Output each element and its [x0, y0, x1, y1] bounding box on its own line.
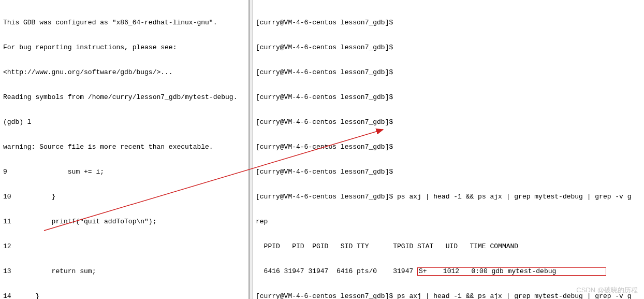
gdb-output-line: warning: Source file is more recent than… [3, 143, 245, 151]
gdb-output-line: 12 [3, 243, 245, 251]
gdb-output-line: Reading symbols from /home/curry/lesson7… [3, 93, 245, 102]
shell-prompt-line: [curry@VM-4-6-centos lesson7_gdb]$ [256, 93, 641, 102]
right-terminal-pane[interactable]: [curry@VM-4-6-centos lesson7_gdb]$ [curr… [253, 0, 644, 299]
shell-prompt-line: [curry@VM-4-6-centos lesson7_gdb]$ [256, 168, 641, 176]
ps-row-left: 6416 31947 31947 6416 pts/0 31947 [256, 267, 417, 275]
shell-prompt: [curry@VM-4-6-centos lesson7_gdb]$ [256, 292, 393, 299]
gdb-output-line: 14 } [3, 292, 245, 299]
gdb-output-line: For bug reporting instructions, please s… [3, 44, 245, 52]
shell-prompt: [curry@VM-4-6-centos lesson7_gdb]$ [256, 193, 393, 201]
gdb-output-line: 9 sum += i; [3, 168, 245, 176]
ps-header: PPID PID PGID SID TTY TPGID STAT UID TIM… [256, 243, 641, 251]
shell-command-wrap: rep [256, 218, 641, 226]
split-terminal-container: This GDB was configured as "x86_64-redha… [0, 0, 644, 299]
left-terminal-pane[interactable]: This GDB was configured as "x86_64-redha… [0, 0, 250, 299]
shell-prompt-line: [curry@VM-4-6-centos lesson7_gdb]$ [256, 118, 641, 126]
gdb-output-line: (gdb) l [3, 118, 245, 126]
gdb-output-line: 10 } [3, 193, 245, 201]
shell-prompt-line: [curry@VM-4-6-centos lesson7_gdb]$ [256, 68, 641, 77]
gdb-output-line: 13 return sum; [3, 267, 245, 276]
ps-row: 6416 31947 31947 6416 pts/0 31947 S+ 101… [256, 267, 641, 276]
shell-prompt-line: [curry@VM-4-6-centos lesson7_gdb]$ [256, 44, 641, 52]
shell-prompt-line: [curry@VM-4-6-centos lesson7_gdb]$ [256, 19, 641, 27]
gdb-output-line: <http://www.gnu.org/software/gdb/bugs/>.… [3, 68, 245, 77]
gdb-output-line: This GDB was configured as "x86_64-redha… [3, 19, 245, 27]
shell-command-line: [curry@VM-4-6-centos lesson7_gdb]$ ps ax… [256, 292, 641, 299]
highlight-box-1: S+ 1012 0:00 gdb mytest-debug [417, 267, 606, 276]
gdb-output-line: 11 printf("quit addToTop\n"); [3, 218, 245, 226]
shell-command: ps axj | head -1 && ps ajx | grep mytest… [393, 292, 631, 299]
shell-command-line: [curry@VM-4-6-centos lesson7_gdb]$ ps ax… [256, 193, 641, 201]
shell-prompt-line: [curry@VM-4-6-centos lesson7_gdb]$ [256, 143, 641, 151]
shell-command: ps axj | head -1 && ps ajx | grep mytest… [393, 193, 631, 201]
